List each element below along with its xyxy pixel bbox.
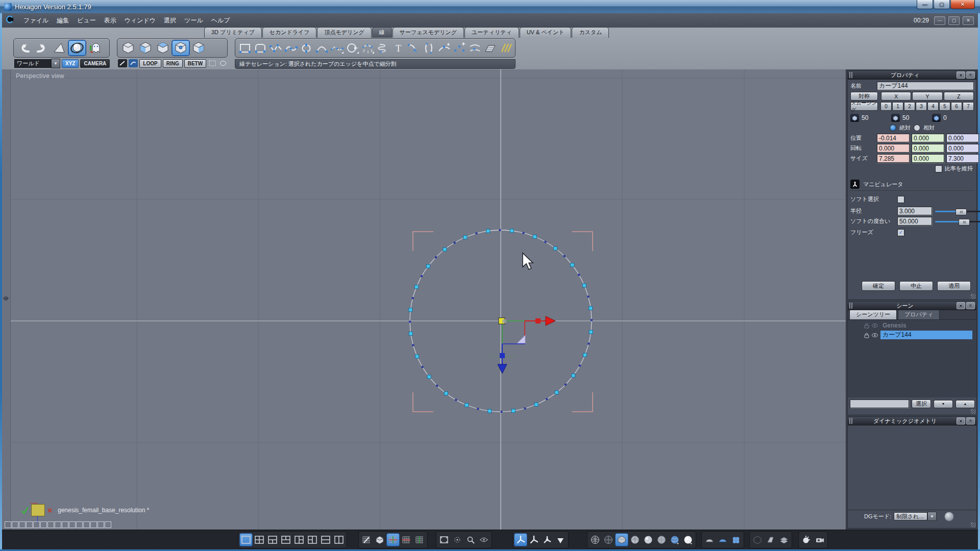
selection-slot[interactable] [62,521,68,528]
scene-panel-header[interactable]: シーン ▼ ✕ [848,302,976,310]
between-select-button[interactable]: BETW [184,59,206,68]
smooth-wire-mode-icon[interactable] [655,534,668,546]
smoothing-level-1[interactable]: 1 [892,102,903,111]
move-down-button[interactable]: ▼ [934,400,953,408]
helix-tool[interactable] [376,42,390,54]
properties-panel-header[interactable]: プロパティ ▼ ✕ [848,71,976,80]
selection-slot[interactable] [47,521,54,528]
scene-item-curve-144[interactable]: カーブ144 [848,331,976,339]
grid-z-icon[interactable] [413,534,426,546]
cancel-icon[interactable] [47,508,53,513]
ring-select-button[interactable]: RING [163,59,183,68]
keep-ratio-checkbox[interactable] [935,165,942,172]
select-object-mode[interactable] [120,41,136,55]
soft-selection-checkbox[interactable] [897,196,904,203]
curve-vertex[interactable] [583,353,587,357]
rect-select-icon[interactable] [208,59,217,67]
manipulator-rotate-icon[interactable] [541,534,553,546]
position-z-field[interactable] [946,134,979,142]
scene-close-button[interactable]: ✕ [966,302,975,309]
paint-select-tool[interactable] [118,59,127,67]
window-minimize-button[interactable]: — [917,0,933,9]
tab-utilities[interactable]: ユーティリティ [464,27,519,38]
tab-uv-paint[interactable]: UV & ペイント [520,27,572,38]
curve-midpoint[interactable] [579,365,581,367]
curve-midpoint[interactable] [591,319,593,321]
layout-right-split[interactable] [306,534,318,546]
select-loop-mode[interactable] [190,41,207,55]
panel-resize-grip[interactable] [971,522,976,528]
curve-midpoint[interactable] [475,232,477,234]
visibility-icon[interactable] [871,332,878,338]
world-select-arrow-icon[interactable]: ▼ [51,59,60,68]
curve-midpoint[interactable] [436,385,438,387]
layout-v-split[interactable] [333,534,345,546]
radius-field[interactable] [897,207,932,215]
tab-lines[interactable]: 線 [372,27,392,38]
rotation-z-field[interactable] [946,144,979,153]
curve-vertex[interactable] [589,307,593,310]
rounded-rectangle-tool[interactable] [253,42,267,54]
selection-slot[interactable] [76,521,83,528]
panel-resize-grip[interactable] [971,294,976,299]
camera-mode-button[interactable]: CAMERA [80,59,110,68]
eye-view-icon[interactable] [478,534,490,546]
selection-slot[interactable] [12,521,18,528]
curve-vertex[interactable] [589,330,593,334]
curve-midpoint[interactable] [501,411,503,413]
curve-midpoint[interactable] [546,398,548,400]
curve-vertex[interactable] [415,355,419,358]
hidden-line-mode-icon[interactable] [602,534,615,546]
curve-midpoint[interactable] [435,256,437,258]
hatch-tool[interactable] [498,42,512,54]
wireframe-mode-icon[interactable] [589,534,601,546]
project-curve-tool[interactable] [468,42,482,54]
tab-3d-primitives[interactable]: 3D プリミティブ [204,27,262,38]
polyline-tool[interactable] [268,42,283,54]
selection-slot[interactable] [5,521,11,528]
redo-button[interactable] [34,41,50,55]
smooth-point-tool[interactable] [452,42,467,54]
selection-slot-row[interactable] [5,521,111,528]
curve-vertex[interactable] [414,285,418,289]
smoothing-level-7[interactable]: 7 [963,102,974,111]
curve-vertex[interactable] [444,392,448,395]
dynamic-geometry-header[interactable]: ダイナミックジオメトリ ▼ ✕ [848,417,976,425]
selection-slot[interactable] [55,521,61,528]
lock-icon[interactable] [864,322,870,329]
app-close-button[interactable]: ✕ [963,16,974,25]
smoothing-level-4[interactable]: 4 [927,102,939,111]
fit-view-icon[interactable] [438,534,450,546]
rotation-y-field[interactable] [912,144,944,153]
selection-slot[interactable] [19,521,26,528]
lock-icon[interactable] [864,332,870,338]
app-maximize-button[interactable]: ▢ [948,16,960,25]
size-z-field[interactable] [946,154,979,163]
layout-left-split[interactable] [293,534,305,546]
curve-vertex[interactable] [571,263,574,267]
world-space-select[interactable]: ワールド ▼ [14,59,60,68]
curve-midpoint[interactable] [545,241,547,243]
curve-midpoint[interactable] [422,366,424,368]
axis-x-button[interactable]: X [881,92,911,101]
radius-slider[interactable] [935,208,980,215]
selection-slot[interactable] [69,521,76,528]
panel-resize-grip[interactable] [971,409,976,414]
selection-slot[interactable] [90,521,97,528]
window-maximize-button[interactable]: ▢ [934,0,950,9]
layout-h-split[interactable] [320,534,332,546]
curve-midpoint[interactable] [587,295,590,297]
curve-midpoint[interactable] [477,408,479,410]
smooth-shade-mode-icon[interactable] [642,534,654,546]
layout-quad[interactable] [253,534,265,546]
selection-slot[interactable] [40,521,47,528]
curve-vertex[interactable] [511,409,515,413]
curve-midpoint[interactable] [409,321,411,323]
curve-midpoint[interactable] [565,384,567,386]
manipulator-universal-icon[interactable] [514,534,527,546]
manipulator-move-icon[interactable] [528,534,540,546]
curve-vertex[interactable] [427,375,431,379]
select-face-mode[interactable] [137,41,154,55]
tab-surface-modeling[interactable]: サーフェスモデリング [393,27,464,38]
arc-tool[interactable] [314,42,329,54]
